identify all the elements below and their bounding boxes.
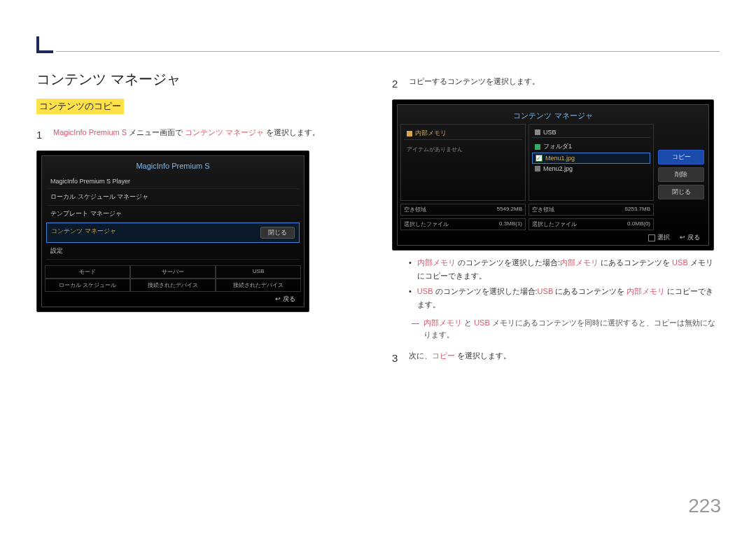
info-cell: 接続されたデバイス	[216, 279, 301, 292]
return-hint: 戻る	[680, 233, 700, 242]
enter-icon	[648, 234, 655, 241]
bottom-bar: 戻る	[45, 292, 301, 304]
checkbox-checked-icon: ✓	[536, 155, 542, 162]
file-item-selected[interactable]: ✓ Menu1.jpg	[532, 153, 650, 164]
left-column: コンテンツ マネージャ コンテンツのコピー 1 MagicInfo Premiu…	[36, 70, 364, 492]
bottom-bar: 選択 戻る	[400, 230, 706, 242]
step-text: 次に、コピー を選択します。	[409, 350, 511, 367]
bullet-item: • USB のコンテンツを選択した場合:USB にあるコンテンツを 内部メモリ …	[409, 285, 720, 311]
file-icon	[535, 166, 540, 171]
corner-decoration	[36, 36, 53, 53]
free-space-usb: 空き領域8253.7MB	[528, 204, 654, 216]
step1-product: MagicInfo Premium S	[53, 128, 127, 136]
dash-note: ― 内部メモリ と USB メモリにあるコンテンツを同時に選択すると、コピーは無…	[412, 317, 720, 342]
folder-item[interactable]: フォルダ1	[532, 141, 650, 153]
bullet-dot-icon: •	[409, 285, 412, 311]
right-column: 2 コピーするコンテンツを選択します。 コンテンツ マネージャ 内部メモリ アイ…	[392, 70, 720, 492]
info-cell: 接続されたデバイス	[130, 279, 216, 292]
step-3: 3 次に、コピー を選択します。	[392, 350, 720, 367]
bullet-list: • 内部メモリ のコンテンツを選択した場合:内部メモリ にあるコンテンツを US…	[409, 256, 720, 311]
memory-icon	[407, 131, 412, 136]
info-grid: モード サーバー USB ローカル スケジュール 接続されたデバイス 接続された…	[45, 265, 301, 292]
free-space-internal: 空き領域5549.2MB	[400, 204, 526, 216]
screen2-title: コンテンツ マネージャ	[400, 108, 706, 124]
selected-file-usb: 選択したファイル0.0MB(0)	[528, 218, 654, 230]
delete-button[interactable]: 削除	[658, 167, 704, 182]
file-item[interactable]: Menu2.jpg	[532, 164, 650, 174]
step-number: 3	[392, 350, 402, 367]
menu-item[interactable]: ローカル スケジュール マネージャ	[46, 189, 300, 206]
info-cell: USB	[216, 265, 301, 279]
section-title: コンテンツのコピー	[36, 99, 124, 114]
usb-pane: USB フォルダ1 ✓ Menu1.jpg Menu2.jpg	[528, 124, 654, 201]
step-text: MagicInfo Premium S メニュー画面で コンテンツ マネージャ …	[53, 127, 320, 143]
step-1: 1 MagicInfo Premium S メニュー画面で コンテンツ マネージ…	[36, 127, 364, 143]
page-number: 223	[688, 495, 721, 517]
close-button[interactable]: 閉じる	[658, 185, 704, 199]
info-cell: モード	[45, 265, 130, 279]
tab-usb[interactable]: USB	[532, 127, 650, 138]
step-number: 1	[36, 127, 46, 143]
screen1-title: MagicInfo Premium S	[45, 159, 301, 173]
selected-file-internal: 選択したファイル0.3MB(1)	[400, 218, 526, 230]
step-text: コピーするコンテンツを選択します。	[409, 76, 540, 92]
page-title: コンテンツ マネージャ	[36, 70, 364, 89]
folder-icon	[535, 144, 540, 150]
tab-internal[interactable]: 内部メモリ	[404, 127, 522, 140]
dash-icon: ―	[412, 317, 419, 342]
close-button[interactable]: 閉じる	[260, 227, 295, 239]
step-2: 2 コピーするコンテンツを選択します。	[392, 76, 720, 92]
page-content: コンテンツ マネージャ コンテンツのコピー 1 MagicInfo Premiu…	[36, 70, 720, 492]
screenshot-menu: MagicInfo Premium S MagicInfo Premium S …	[36, 150, 309, 312]
menu-item[interactable]: テンプレート マネージャ	[46, 206, 300, 223]
step-number: 2	[392, 76, 402, 92]
internal-memory-pane: 内部メモリ アイテムがありません	[400, 124, 526, 201]
bullet-item: • 内部メモリ のコンテンツを選択した場合:内部メモリ にあるコンテンツを US…	[409, 256, 720, 282]
bullet-dot-icon: •	[409, 256, 412, 282]
step1-menu: コンテンツ マネージャ	[185, 128, 264, 136]
top-rule	[56, 51, 720, 52]
menu-item[interactable]: MagicInfo Premium S Player	[46, 174, 300, 189]
empty-message: アイテムがありません	[404, 143, 522, 156]
info-cell: サーバー	[130, 265, 216, 279]
select-hint: 選択	[648, 233, 670, 242]
action-buttons: コピー 削除 閉じる	[657, 124, 706, 201]
return-icon	[680, 234, 687, 241]
copy-button[interactable]: コピー	[658, 150, 704, 164]
return-icon	[275, 295, 283, 302]
screenshot-content-manager: コンテンツ マネージャ 内部メモリ アイテムがありません USB フォルダ1 ✓…	[392, 99, 714, 251]
usb-icon	[535, 129, 540, 135]
menu-item[interactable]: 設定	[46, 243, 300, 260]
info-cell: ローカル スケジュール	[45, 279, 130, 292]
menu-item-selected[interactable]: コンテンツ マネージャ 閉じる	[46, 223, 300, 243]
